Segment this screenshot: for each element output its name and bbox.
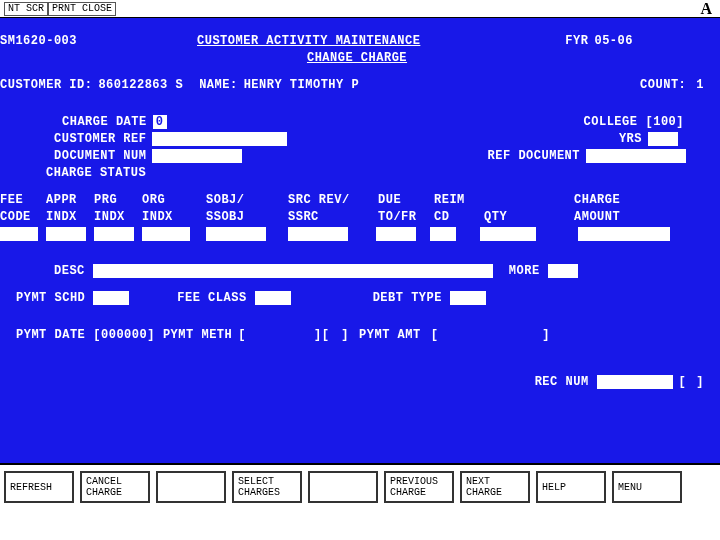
screen-code: SM1620-003 — [0, 34, 77, 48]
col-qty: QTY — [484, 210, 574, 224]
yrs-input[interactable] — [648, 132, 678, 146]
fyr-label: FYR — [565, 34, 588, 48]
desc-input[interactable] — [93, 264, 493, 278]
due-input[interactable] — [376, 227, 416, 241]
fkey-blank-2[interactable] — [308, 471, 378, 503]
cust-id-label: CUSTOMER ID: — [0, 78, 92, 92]
col-charge: CHARGE — [574, 193, 620, 207]
desc-label: DESC — [54, 264, 85, 278]
count-value: 1 — [696, 78, 704, 92]
name-value: HENRY TIMOTHY P — [244, 78, 360, 92]
pymt-meth-label: PYMT METH — [163, 328, 232, 342]
fee-class-label: FEE CLASS — [177, 291, 246, 305]
rec-num-input[interactable] — [597, 375, 673, 389]
col-prg: PRG — [94, 193, 142, 207]
col-due: DUE — [378, 193, 434, 207]
fee-code-input[interactable] — [0, 227, 38, 241]
marker-a: A — [700, 0, 716, 18]
col-indx2: INDX — [94, 210, 142, 224]
qty-input[interactable] — [480, 227, 536, 241]
pymt-date-label: PYMT DATE — [16, 328, 85, 342]
charge-date-input[interactable]: 0 — [153, 115, 167, 129]
col-indx3: INDX — [142, 210, 206, 224]
fkey-previous-charge[interactable]: PREVIOUS CHARGE — [384, 471, 454, 503]
fkey-menu[interactable]: MENU — [612, 471, 682, 503]
debt-type-input[interactable] — [450, 291, 486, 305]
srcrev-input[interactable] — [288, 227, 348, 241]
count-label: COUNT: — [640, 78, 686, 92]
col-cd: CD — [434, 210, 484, 224]
fyr-value: 05-06 — [594, 34, 633, 48]
college-value: [100] — [645, 115, 684, 129]
page-subtitle: CHANGE CHARGE — [307, 51, 407, 65]
fkey-blank-1[interactable] — [156, 471, 226, 503]
fee-class-input[interactable] — [255, 291, 291, 305]
cust-ref-label: CUSTOMER REF — [54, 132, 146, 146]
cust-ref-input[interactable] — [152, 132, 287, 146]
pymt-date-value: [000000] — [93, 328, 155, 342]
fkey-refresh[interactable]: REFRESH — [4, 471, 74, 503]
doc-num-input[interactable] — [152, 149, 242, 163]
col-appr: APPR — [46, 193, 94, 207]
debt-type-label: DEBT TYPE — [373, 291, 442, 305]
ref-doc-input[interactable] — [586, 149, 686, 163]
reim-input[interactable] — [430, 227, 456, 241]
fkey-next-charge[interactable]: NEXT CHARGE — [460, 471, 530, 503]
sobj-input[interactable] — [206, 227, 266, 241]
charge-status-label: CHARGE STATUS — [46, 166, 146, 180]
function-key-row: REFRESH CANCEL CHARGE SELECT CHARGES PRE… — [0, 463, 720, 513]
more-label: MORE — [509, 264, 540, 278]
terminal-screen: SM1620-003 CUSTOMER ACTIVITY MAINTENANCE… — [0, 18, 720, 463]
col-reim: REIM — [434, 193, 484, 207]
cust-id-value: 860122863 S — [98, 78, 183, 92]
pymt-schd-label: PYMT SCHD — [16, 291, 85, 305]
amount-input[interactable] — [578, 227, 670, 241]
col-amount: AMOUNT — [574, 210, 620, 224]
prntclose-button[interactable]: PRNT CLOSE — [48, 2, 116, 16]
ntscr-button[interactable]: NT SCR — [4, 2, 48, 16]
college-label: COLLEGE — [584, 115, 638, 129]
fkey-help[interactable]: HELP — [536, 471, 606, 503]
col-indx1: INDX — [46, 210, 94, 224]
charge-date-label: CHARGE DATE — [62, 115, 147, 129]
fkey-cancel-charge[interactable]: CANCEL CHARGE — [80, 471, 150, 503]
col-ssobj: SSOBJ — [206, 210, 288, 224]
org-input[interactable] — [142, 227, 190, 241]
col-ssrc: SSRC — [288, 210, 378, 224]
appr-input[interactable] — [46, 227, 86, 241]
ref-doc-label: REF DOCUMENT — [488, 149, 580, 163]
col-tofr: TO/FR — [378, 210, 434, 224]
rec-num-label: REC NUM — [535, 375, 589, 389]
window-topbar: NT SCR PRNT CLOSE A — [0, 0, 720, 18]
col-sobj: SOBJ/ — [206, 193, 288, 207]
doc-num-label: DOCUMENT NUM — [54, 149, 146, 163]
col-code: CODE — [0, 210, 46, 224]
col-fee: FEE — [0, 193, 46, 207]
pymt-amt-label: PYMT AMT — [359, 328, 421, 342]
page-title: CUSTOMER ACTIVITY MAINTENANCE — [197, 34, 420, 48]
name-label: NAME: — [199, 78, 238, 92]
fkey-select-charges[interactable]: SELECT CHARGES — [232, 471, 302, 503]
more-input[interactable] — [548, 264, 578, 278]
col-org: ORG — [142, 193, 206, 207]
yrs-label: YRS — [619, 132, 642, 146]
prg-input[interactable] — [94, 227, 134, 241]
pymt-schd-input[interactable] — [93, 291, 129, 305]
col-srcrev: SRC REV/ — [288, 193, 378, 207]
